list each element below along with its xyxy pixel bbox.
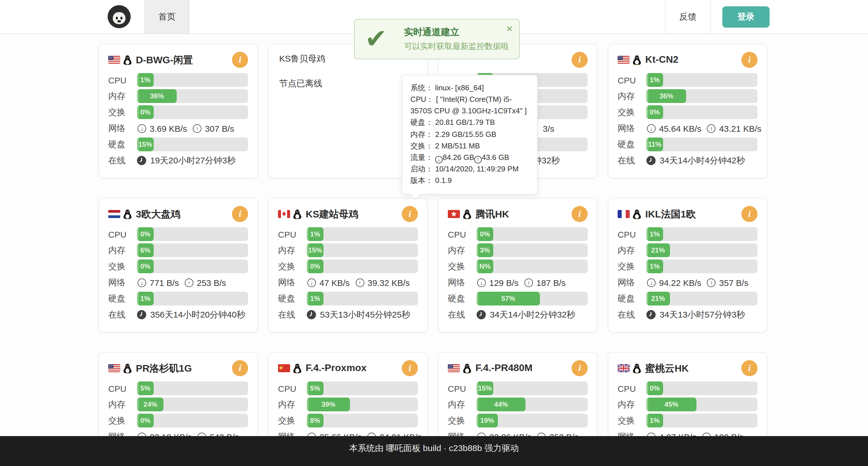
server-card-header: F.4.-PR480Mi	[448, 360, 588, 377]
stat-label-mem: 内存	[108, 399, 137, 410]
stat-row-net: 网络↓129 B/s↑187 B/s	[448, 275, 588, 289]
info-icon[interactable]: i	[232, 52, 248, 68]
stat-row-online: 在线34天14小时4分钟42秒	[618, 154, 757, 167]
stat-label-net: 网络	[108, 123, 137, 134]
stat-row-mem: 内存24%	[108, 398, 248, 411]
stat-row-cpu: CPU0%	[108, 227, 248, 241]
mem-usage-bar: 45%	[646, 398, 757, 411]
info-icon[interactable]: i	[741, 52, 757, 68]
disk-usage-fill: 11%	[646, 137, 663, 151]
linux-os-icon	[632, 55, 641, 65]
info-icon[interactable]: i	[402, 360, 418, 376]
upload-icon: ↑	[193, 124, 202, 133]
offline-message: 节点已离线	[279, 78, 418, 89]
cpu-usage-value: 0%	[141, 230, 151, 238]
info-icon[interactable]: i	[232, 206, 248, 222]
info-icon[interactable]: i	[232, 360, 248, 376]
nav-tab-home[interactable]: 首页	[145, 0, 189, 33]
stat-label-swap: 交换	[278, 415, 307, 426]
server-stats: CPU0%内存6%交换0%网络↓771 B/s↑253 B/s硬盘1%在线356…	[108, 227, 248, 322]
stat-row-net: 网络↓771 B/s↑253 B/s	[108, 275, 248, 289]
info-icon[interactable]: i	[741, 360, 757, 376]
server-card-header: Kt-CN2i	[618, 51, 757, 68]
stat-row-mem: 内存39%	[278, 398, 418, 411]
stat-label-cpu: CPU	[448, 384, 476, 393]
disk-usage-fill: 57%	[476, 292, 540, 305]
info-icon[interactable]: i	[571, 360, 588, 376]
tooltip-row-boot: 启动：10/14/2020, 11:49:29 PM	[410, 164, 529, 175]
disk-usage-value: 21%	[651, 295, 665, 303]
server-name: IKL法国1欧	[645, 207, 741, 221]
stat-row-disk: 硬盘57%	[448, 292, 588, 305]
cpu-usage-bar: 0%	[137, 227, 248, 241]
country-flag-icon-cn	[278, 364, 290, 372]
disk-usage-fill: 1%	[137, 292, 154, 305]
info-icon[interactable]: i	[402, 206, 418, 222]
stat-label-swap: 交换	[108, 261, 137, 272]
cpu-usage-bar: 0%	[646, 381, 757, 395]
mem-usage-fill: 15%	[307, 243, 323, 257]
swap-usage-bar: 0%	[137, 105, 248, 119]
stat-label-mem: 内存	[278, 245, 307, 256]
swap-usage-value: 19%	[480, 417, 494, 425]
country-flag-icon-nl	[108, 210, 120, 218]
stat-row-mem: 内存44%	[448, 398, 588, 411]
linux-os-icon	[123, 55, 132, 65]
footer-text: 本系统由 哪吒面板 build · c23b88b 强力驱动	[349, 443, 519, 466]
download-icon: ↓	[307, 278, 316, 287]
disk-usage-value: 57%	[501, 295, 515, 303]
stat-label-cpu: CPU	[618, 75, 646, 85]
mem-usage-fill: 39%	[307, 398, 350, 411]
stat-label-mem: 内存	[448, 399, 476, 410]
info-icon[interactable]: i	[571, 206, 588, 222]
stat-row-swap: 交换0%	[108, 260, 248, 273]
stat-label-cpu: CPU	[618, 384, 646, 393]
upload-icon: ↑	[707, 124, 716, 133]
disk-usage-bar: 1%	[307, 292, 418, 305]
stat-row-net: 网络↓45.64 KB/s↑43.21 KB/s	[618, 122, 757, 135]
cpu-usage-value: 5%	[141, 384, 151, 392]
stat-row-net: 网络↓3.69 KB/s↑307 B/s	[108, 122, 248, 135]
stat-row-cpu: CPU5%	[278, 381, 418, 395]
stat-label-mem: 内存	[448, 245, 476, 256]
stat-row-online: 在线356天14小时20分钟40秒	[108, 308, 248, 322]
nav-link-feedback[interactable]: 反馈	[665, 0, 711, 33]
clock-icon	[137, 156, 146, 165]
swap-usage-value: 0%	[650, 108, 660, 116]
linux-os-icon	[123, 209, 132, 219]
net-text: ↓3.69 KB/s↑307 B/s	[137, 124, 248, 133]
stat-row-swap: 交换8%	[278, 414, 418, 428]
cpu-usage-bar: 5%	[307, 381, 418, 395]
stat-row-mem: 内存45%	[618, 398, 757, 411]
cpu-usage-value: 0%	[480, 230, 490, 238]
stat-label-swap: 交换	[108, 415, 137, 426]
stat-label-swap: 交换	[618, 415, 646, 426]
swap-usage-fill: N%	[476, 260, 493, 273]
toast-close-icon[interactable]: ✕	[506, 25, 513, 33]
stat-row-cpu: CPU0%	[448, 227, 588, 241]
page: 首页 反馈 登录 D-BWG-闲置iCPU1%内存36%交换0%网络↓3.69 …	[0, 0, 868, 466]
swap-usage-bar: 0%	[646, 105, 757, 119]
country-flag-icon-us	[618, 56, 630, 64]
server-stats: CPU1%内存21%交换1%网络↓94.22 KB/s↑357 B/s硬盘21%…	[618, 227, 757, 322]
download-icon: ↓	[435, 156, 443, 164]
mem-usage-bar: 15%	[307, 243, 418, 257]
stat-row-cpu: CPU15%	[448, 381, 588, 395]
cpu-usage-value: 1%	[650, 76, 660, 84]
mem-usage-fill: 45%	[646, 398, 696, 411]
cpu-usage-fill: 1%	[646, 227, 663, 241]
linux-os-icon	[632, 363, 641, 373]
cpu-usage-fill: 1%	[307, 227, 323, 241]
stat-row-swap: 交换0%	[108, 414, 248, 428]
site-logo-avatar[interactable]	[107, 5, 131, 28]
online-text: 34天13小时57分钟3秒	[646, 309, 757, 320]
info-icon[interactable]: i	[571, 52, 588, 68]
swap-usage-bar: 0%	[137, 414, 248, 428]
swap-usage-value: 1%	[650, 262, 660, 270]
swap-usage-value: 0%	[141, 417, 151, 425]
disk-usage-bar: 57%	[476, 292, 588, 305]
info-icon[interactable]: i	[741, 206, 757, 222]
stat-label-mem: 内存	[108, 245, 137, 256]
login-button[interactable]: 登录	[722, 6, 770, 27]
stat-label-swap: 交换	[278, 261, 307, 272]
